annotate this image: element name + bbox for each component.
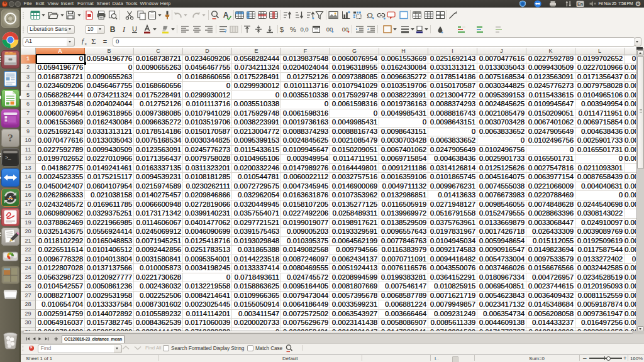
svg-text:A: A bbox=[223, 11, 229, 19]
svg-text:$: $ bbox=[280, 26, 284, 33]
svg-text:En: En bbox=[577, 2, 583, 6]
svg-text:I: I bbox=[122, 25, 126, 34]
svg-text:A: A bbox=[8, 194, 13, 201]
svg-text:0,0: 0,0 bbox=[300, 26, 308, 33]
svg-text:x: x bbox=[85, 41, 87, 47]
svg-text:%: % bbox=[290, 26, 296, 33]
svg-text:Σ: Σ bbox=[91, 37, 96, 46]
svg-text:00: 00 bbox=[326, 26, 333, 33]
svg-text:Ω: Ω bbox=[367, 11, 373, 20]
svg-text:00: 00 bbox=[342, 26, 349, 33]
svg-text:U: U bbox=[132, 25, 137, 33]
svg-text:=: = bbox=[103, 38, 107, 45]
svg-text:B: B bbox=[110, 25, 116, 34]
svg-text:>_: >_ bbox=[5, 155, 11, 160]
